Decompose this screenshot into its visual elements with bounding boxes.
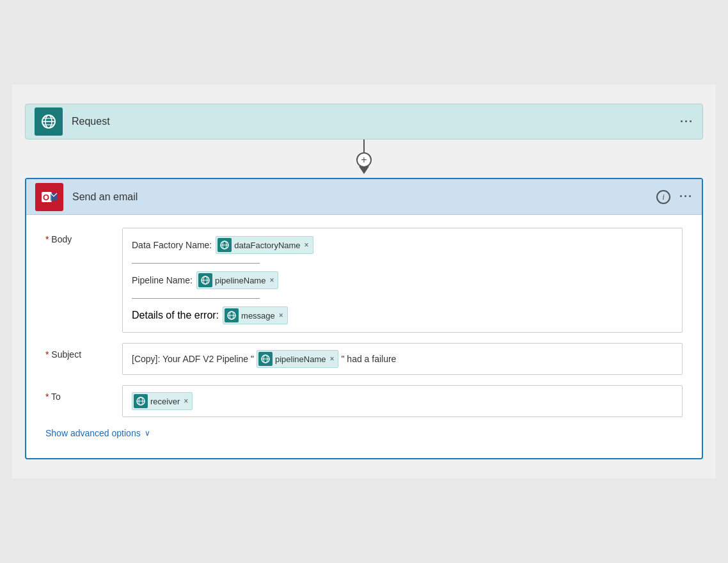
subject-pipeline-token-label: pipelineName [275, 354, 326, 364]
data-factory-token[interactable]: dataFactoryName × [216, 236, 313, 254]
show-advanced-options-button[interactable]: Show advanced options ∨ [45, 428, 150, 438]
subject-pipeline-token[interactable]: pipelineName × [257, 350, 339, 368]
subject-suffix: " had a failure [341, 354, 396, 364]
email-block: O Send an email i ··· * Body [25, 178, 703, 459]
message-token[interactable]: message × [223, 306, 288, 324]
to-field[interactable]: receiver × [122, 385, 683, 417]
connector-line-top [363, 139, 365, 152]
data-factory-token-label: dataFactoryName [234, 241, 300, 250]
to-required-star: * [45, 392, 51, 402]
subject-prefix: [Copy]: Your ADF V2 Pipeline " [132, 354, 254, 364]
outlook-icon: O [40, 188, 58, 206]
subject-pipeline-token-close[interactable]: × [329, 354, 334, 363]
pipeline-name-token-icon [198, 273, 212, 287]
to-row: * To receiver × [45, 385, 683, 417]
message-token-close[interactable]: × [279, 311, 283, 320]
advanced-options-section: Show advanced options ∨ [45, 427, 683, 439]
chevron-down-icon: ∨ [145, 429, 150, 438]
subject-label: * Subject [45, 343, 122, 360]
plus-icon: + [361, 154, 367, 166]
email-header: O Send an email i ··· [26, 179, 702, 215]
request-block: Request ··· [25, 104, 703, 139]
pipeline-name-token-label: pipelineName [215, 276, 266, 285]
connector: + [356, 139, 372, 178]
subject-field[interactable]: [Copy]: Your ADF V2 Pipeline " pipelineN… [122, 343, 683, 375]
email-body: * Body Data Factory Name: [26, 215, 702, 458]
data-factory-token-close[interactable]: × [305, 241, 309, 250]
email-header-actions: i ··· [656, 190, 693, 204]
advanced-options-label: Show advanced options [45, 428, 141, 438]
to-label: * To [45, 385, 122, 402]
body-field[interactable]: Data Factory Name: dataFactoryName × [122, 228, 683, 333]
request-title: Request [72, 116, 680, 127]
message-token-label: message [241, 311, 275, 321]
data-factory-token-icon [218, 238, 232, 252]
request-dots-menu[interactable]: ··· [680, 115, 693, 129]
subject-required-star: * [45, 349, 51, 360]
body-separator-1 [132, 263, 260, 264]
required-star: * [45, 234, 51, 244]
add-step-button[interactable]: + [356, 152, 372, 168]
body-label: * Body [45, 228, 122, 244]
receiver-token[interactable]: receiver × [132, 392, 193, 410]
pipeline-name-token-close[interactable]: × [269, 276, 274, 285]
pipeline-name-token[interactable]: pipelineName × [196, 271, 279, 289]
pipeline-name-label: Pipeline Name: [132, 275, 193, 285]
body-separator-2 [132, 298, 260, 299]
globe-icon [41, 114, 56, 129]
receiver-token-icon [134, 394, 148, 408]
data-factory-label: Data Factory Name: [132, 240, 212, 250]
receiver-token-label: receiver [150, 397, 180, 406]
email-icon-box: O [35, 183, 63, 211]
body-row: * Body Data Factory Name: [45, 228, 683, 333]
subject-pipeline-token-icon [258, 352, 273, 366]
message-token-icon [225, 308, 239, 322]
email-block-title: Send an email [72, 191, 656, 203]
svg-text:O: O [43, 193, 49, 202]
info-button[interactable]: i [656, 190, 670, 204]
subject-row: * Subject [Copy]: Your ADF V2 Pipeline "… [45, 343, 683, 375]
error-label: Details of the error: [132, 310, 219, 321]
receiver-token-close[interactable]: × [184, 397, 188, 406]
connector-arrow [359, 166, 369, 174]
canvas: Request ··· + O Send an email i [12, 84, 716, 479]
body-error-line: Details of the error: message × [132, 306, 673, 324]
request-icon-box [35, 107, 63, 136]
body-data-factory-line: Data Factory Name: dataFactoryName × [132, 236, 673, 254]
body-pipeline-line: Pipeline Name: pipelineName × [132, 271, 673, 289]
email-dots-menu[interactable]: ··· [679, 190, 693, 203]
